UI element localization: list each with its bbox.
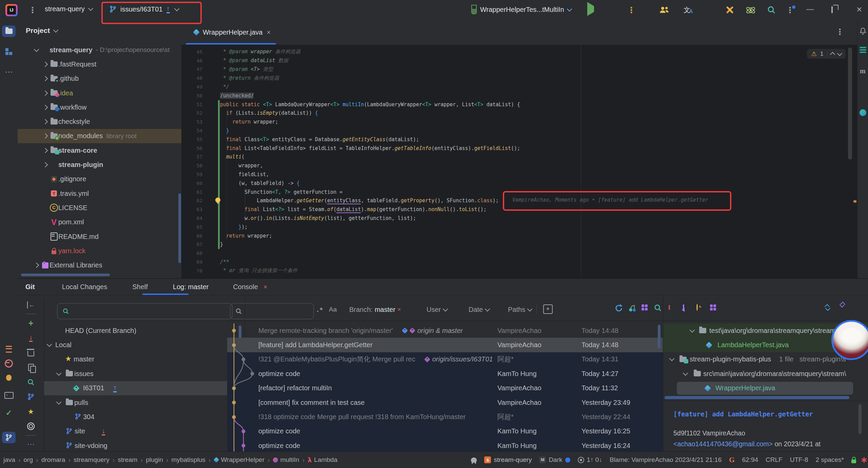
project-tree-item-checkstyle[interactable]: checkstyle xyxy=(18,114,181,129)
breadcrumb-item-mybatisplus[interactable]: mybatisplus xyxy=(172,456,205,464)
group-by-grid-icon[interactable] xyxy=(710,304,716,311)
expand-all-icon[interactable] xyxy=(825,304,830,310)
stripe-project-button[interactable] xyxy=(2,25,16,37)
changed-file-item-src\main\java\org\dr[interactable]: src\main\java\org\dromara\streamquery\st… xyxy=(663,367,868,381)
branch-item-HEAD (Current Branch)[interactable]: HEAD (Current Branch) xyxy=(44,323,245,338)
notifications-bell-icon[interactable] xyxy=(859,27,867,36)
project-tree-item-.gitignore[interactable]: .gitignore xyxy=(18,172,181,186)
update-download-icon[interactable]: ↓ xyxy=(24,331,38,345)
go-to-hash-icon[interactable]: + xyxy=(543,304,553,314)
compare-branch-icon[interactable] xyxy=(24,389,38,404)
console-close-icon[interactable]: × xyxy=(263,283,268,291)
code-line-55[interactable]: 55 final Class<T> entityClass = Database… xyxy=(181,135,846,144)
atom-plugin-icon[interactable] xyxy=(745,5,756,17)
database-tool-icon[interactable] xyxy=(860,109,866,116)
project-tree-item-pom.xml[interactable]: Vpom.xml xyxy=(18,215,181,229)
run-more-icon[interactable]: ⋮ xyxy=(627,6,635,14)
intellisort-grid-icon[interactable] xyxy=(642,304,648,311)
regex-filter-icon[interactable]: .* xyxy=(316,306,323,313)
breadcrumb-item-stream[interactable]: stream xyxy=(118,456,137,464)
plugin-burst-icon[interactable] xyxy=(864,457,865,463)
cherry-pick-icon[interactable] xyxy=(628,304,637,314)
collapse-all-icon[interactable] xyxy=(840,304,845,307)
code-line-49[interactable]: 49 */ xyxy=(181,82,846,91)
tab-console[interactable]: Console xyxy=(233,283,258,291)
commit-row[interactable]: !318 optimize code Merge pull request !3… xyxy=(227,410,663,424)
breadcrumb-item-java[interactable]: java xyxy=(3,456,15,464)
project-tree-item-node_modules[interactable]: snode_moduleslibrary root xyxy=(18,129,181,143)
code-line-54[interactable]: 54 } xyxy=(181,126,846,135)
project-tree-item-.workflow[interactable]: .workflow xyxy=(18,100,181,114)
project-tree-item-LICENSE[interactable]: CLICENSE xyxy=(18,201,181,215)
breadcrumb-item-streamquery[interactable]: streamquery xyxy=(74,456,110,464)
commit-row[interactable]: [feature] add LambdaHelper.getGetterVamp… xyxy=(227,338,663,352)
code-line-65[interactable]: 65 }); xyxy=(181,223,846,231)
g-plugin-icon[interactable]: G xyxy=(729,456,734,464)
push-commits-icon[interactable]: ↑ xyxy=(166,5,170,13)
commit-search-input[interactable] xyxy=(230,303,314,319)
tab-shelf[interactable]: Shelf xyxy=(132,283,148,291)
minimize-button[interactable]: — xyxy=(806,5,814,14)
branch-filter-clear-icon[interactable]: × xyxy=(397,306,401,313)
breadcrumb-item-dromara[interactable]: dromara xyxy=(41,456,65,464)
code-line-45[interactable]: 45 * @param wrapper 条件构造器 xyxy=(181,48,846,56)
branch-item-Local[interactable]: Local xyxy=(44,338,245,352)
code-line-50[interactable]: 50/unchecked/ xyxy=(181,91,846,100)
navigate-target-icon[interactable] xyxy=(24,419,38,433)
theme-widget[interactable]: M Dark xyxy=(539,456,570,464)
code-line-46[interactable]: 46 * @param dataList 数据 xyxy=(181,56,846,65)
project-panel-header[interactable]: Project xyxy=(26,26,58,35)
layers-tool-icon[interactable] xyxy=(860,47,866,48)
code-line-56[interactable]: 56 final List<TableFieldInfo> fieldList … xyxy=(181,144,846,153)
code-line-63[interactable]: 63 final List<?> list = Steam.of(dataLis… xyxy=(181,205,846,214)
tab-wrapperhelper[interactable]: WrapperHelper.java × xyxy=(186,20,279,44)
code-with-me-users-icon[interactable] xyxy=(659,5,669,16)
diff-icon[interactable] xyxy=(24,360,38,375)
stripe-git-button[interactable] xyxy=(2,432,16,443)
commit-row[interactable]: !321 @EnableMybatisPlusPlugin简化 Merge pu… xyxy=(227,352,663,367)
commit-row[interactable]: optimize codeKamTo HungYesterday 16:25 xyxy=(227,424,663,438)
branch-item-site-vdoing[interactable]: site-vdoing xyxy=(44,438,245,453)
code-line-67[interactable]: 67} xyxy=(181,240,846,249)
search-everywhere-icon[interactable] xyxy=(767,5,776,16)
prev-issue-icon[interactable] xyxy=(830,52,835,57)
history-clock-icon[interactable] xyxy=(696,304,698,311)
stripe-debug-button[interactable] xyxy=(2,372,16,383)
code-line-66[interactable]: 66 return wrapper; xyxy=(181,231,846,240)
stripe-commit-checks-button[interactable]: ✓ xyxy=(2,407,16,419)
inspection-widget[interactable]: ⚠ 1 xyxy=(807,49,846,59)
code-line-62[interactable]: 62 LambdaHelper.getGetter(entityClass, t… xyxy=(181,196,846,205)
stripe-problems-button[interactable] xyxy=(2,358,16,369)
github-icon[interactable] xyxy=(471,457,477,463)
code-line-57[interactable]: 57 multi( xyxy=(181,153,846,162)
code-line-64[interactable]: 64 w.or().in(Lists.isNotEmpty(list), get… xyxy=(181,214,846,223)
code-line-69[interactable]: 69/** xyxy=(181,258,846,266)
app-logo-icon[interactable] xyxy=(5,4,18,16)
tab-bar-more-icon[interactable]: ⋮ xyxy=(836,28,844,36)
stripe-more-button[interactable]: ⋯ xyxy=(2,66,16,78)
indent-style[interactable]: 2 spaces* xyxy=(816,456,844,464)
files-horizontal-scrollbar[interactable] xyxy=(665,396,849,399)
branch-item-I63T01[interactable]: I63T01↑ xyxy=(44,381,245,395)
branch-item-site[interactable]: site↓ xyxy=(44,424,245,438)
date-filter[interactable]: Date xyxy=(469,306,489,314)
project-widget[interactable]: stream-query xyxy=(45,5,93,13)
code-line-47[interactable]: 47 * @param <T> 类型 xyxy=(181,65,846,74)
close-button[interactable]: × xyxy=(856,4,862,15)
project-vertical-scrollbar[interactable] xyxy=(178,193,181,263)
delete-icon[interactable] xyxy=(24,345,38,360)
code-line-70[interactable]: 70 * or 查询 只会拼接第一个条件 xyxy=(181,266,846,275)
commit-row[interactable]: Merge remote-tracking branch 'origin/mas… xyxy=(227,323,663,338)
search-icon[interactable] xyxy=(24,375,38,389)
stripe-structure-button[interactable] xyxy=(2,46,16,57)
tab-log-master[interactable]: Log: master xyxy=(173,283,209,291)
code-line-53[interactable]: 53 return wrapper; xyxy=(181,117,846,126)
run-button[interactable] xyxy=(587,6,594,12)
blame-widget[interactable]: Blame: VampireAchao 2023/4/21 21:16 xyxy=(610,456,722,464)
repo-widget[interactable]: s stream-query xyxy=(484,456,532,464)
tab-close-icon[interactable]: × xyxy=(267,29,271,36)
project-tree-item-stream-query[interactable]: stream-query- D:\project\opensource\st xyxy=(18,43,181,57)
project-tree-item-stream-plugin[interactable]: stream-plugin xyxy=(18,157,181,172)
tab-local-changes[interactable]: Local Changes xyxy=(62,283,107,291)
vcs-branch-widget[interactable]: issues/I63T01 ↑ xyxy=(109,5,179,13)
